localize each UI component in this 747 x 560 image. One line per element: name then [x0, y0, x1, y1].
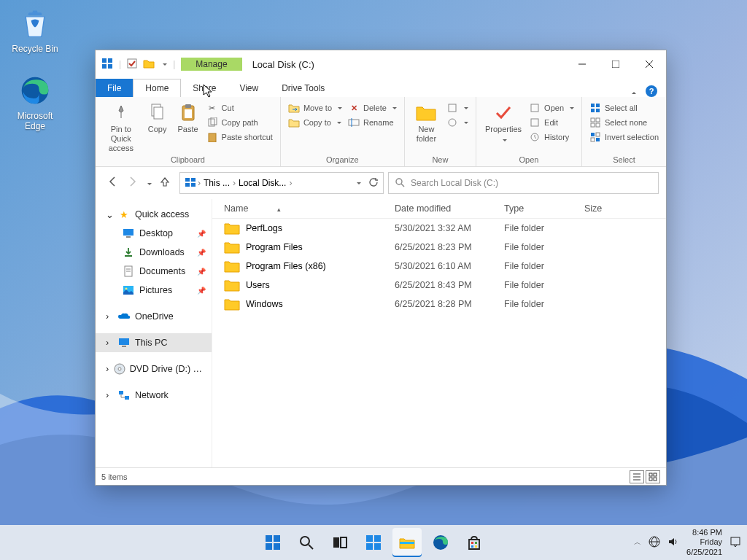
search-input[interactable]: Search Local Disk (C:) [388, 172, 659, 194]
paste-shortcut-button[interactable]: Paste shortcut [205, 131, 274, 144]
search-button[interactable] [292, 528, 321, 557]
open-button[interactable]: Open [527, 101, 576, 114]
tray-overflow-icon[interactable]: ︿ [634, 537, 641, 548]
nav-up-button[interactable] [159, 176, 171, 190]
copy-to-button[interactable]: Copy to [287, 116, 344, 129]
new-item-button[interactable] [445, 101, 470, 114]
tab-view[interactable]: View [228, 79, 270, 97]
new-item-icon [446, 102, 458, 114]
file-type: File folder [497, 299, 577, 309]
sidebar-documents[interactable]: Documents📌 [96, 262, 212, 281]
task-view-button[interactable] [325, 528, 355, 557]
table-row[interactable]: Users6/25/2021 8:43 PMFile folder [212, 276, 666, 295]
sidebar-quick-access[interactable]: ⌄★Quick access [96, 205, 212, 224]
paste-button[interactable]: Paste [174, 100, 202, 136]
col-size[interactable]: Size [577, 199, 666, 218]
network-icon[interactable] [649, 536, 660, 549]
close-button[interactable] [632, 50, 666, 78]
crumb-this-pc[interactable]: This ... [202, 178, 231, 188]
ribbon-group-open: Properties Open Edit History Open [476, 97, 582, 166]
qat-folder-icon[interactable] [143, 58, 155, 71]
notifications-icon[interactable] [729, 536, 741, 549]
taskbar-edge[interactable] [426, 528, 455, 557]
sidebar-pictures[interactable]: Pictures📌 [96, 281, 212, 300]
pin-icon: 📌 [197, 230, 206, 238]
copy-path-button[interactable]: Copy path [205, 116, 274, 129]
move-to-button[interactable]: Move to [287, 101, 344, 114]
refresh-button[interactable] [368, 177, 379, 190]
address-dropdown-icon[interactable] [355, 178, 361, 188]
ribbon: Pin to Quick access Copy Paste ✂Cut Copy… [96, 97, 666, 167]
sidebar-this-pc[interactable]: ›This PC [96, 333, 212, 352]
crumb-drive[interactable]: Local Disk... [237, 178, 287, 188]
file-name: Windows [246, 299, 283, 309]
taskbar-store[interactable] [460, 528, 489, 557]
desktop-icon-edge[interactable]: Microsoft Edge [6, 73, 64, 131]
svg-rect-60 [654, 473, 657, 476]
taskbar-clock[interactable]: 8:46 PM Friday 6/25/2021 [686, 528, 722, 557]
ribbon-collapse-icon[interactable] [632, 88, 638, 98]
new-folder-button[interactable]: New folder [411, 100, 442, 145]
sidebar-desktop[interactable]: Desktop📌 [96, 224, 212, 243]
paste-shortcut-icon [206, 131, 218, 143]
select-none-button[interactable]: Select none [588, 116, 660, 129]
file-type: File folder [497, 242, 577, 252]
chevron-right-icon[interactable]: › [198, 178, 201, 188]
table-row[interactable]: PerfLogs5/30/2021 3:32 AMFile folder [212, 219, 666, 238]
delete-button[interactable]: ✕Delete [347, 101, 398, 114]
history-button[interactable]: History [527, 131, 576, 144]
tab-drive-tools[interactable]: Drive Tools [270, 79, 336, 97]
col-date[interactable]: Date modified [387, 199, 497, 218]
col-type[interactable]: Type [497, 199, 577, 218]
nav-forward-button[interactable] [126, 176, 138, 190]
table-row[interactable]: Windows6/25/2021 8:28 PMFile folder [212, 295, 666, 314]
easy-access-button[interactable] [445, 116, 470, 129]
column-headers: Name▴ Date modified Type Size [212, 199, 666, 219]
taskbar-explorer[interactable] [392, 528, 422, 557]
caret-down-icon: ⌄ [106, 209, 113, 220]
address-bar[interactable]: › This ... › Local Disk... › [179, 172, 384, 194]
details-view-button[interactable] [630, 470, 644, 483]
sidebar-downloads[interactable]: Downloads📌 [96, 243, 212, 262]
table-row[interactable]: Program Files (x86)5/30/2021 6:10 AMFile… [212, 257, 666, 276]
folder-icon [224, 222, 240, 235]
copy-path-icon [206, 117, 218, 128]
pin-quick-access-button[interactable]: Pin to Quick access [101, 100, 141, 155]
col-name[interactable]: Name▴ [212, 199, 387, 218]
sidebar-network[interactable]: ›Network [96, 386, 212, 405]
tab-home[interactable]: Home [133, 79, 181, 97]
tab-file[interactable]: File [96, 79, 133, 97]
minimize-button[interactable] [565, 50, 599, 78]
context-tab-manage[interactable]: Manage [181, 58, 241, 71]
qat-checkbox-icon[interactable] [127, 58, 137, 71]
chevron-right-icon[interactable]: › [233, 178, 236, 188]
nav-history-dropdown[interactable] [145, 176, 152, 190]
sidebar-dvd-drive[interactable]: ›DVD Drive (D:) CCCOMA_X64FRE_EN [96, 359, 212, 378]
svg-rect-25 [591, 104, 595, 107]
sidebar-onedrive[interactable]: ›OneDrive [96, 307, 212, 326]
copy-button[interactable]: Copy [144, 100, 171, 136]
widgets-button[interactable] [359, 528, 388, 557]
properties-button[interactable]: Properties [482, 100, 525, 147]
cut-button[interactable]: ✂Cut [205, 101, 274, 114]
tab-share[interactable]: Share [181, 79, 228, 97]
rename-button[interactable]: Rename [347, 116, 398, 129]
qat-dropdown-icon[interactable] [160, 59, 167, 69]
maximize-button[interactable] [599, 50, 632, 78]
select-all-button[interactable]: Select all [588, 101, 660, 114]
start-button[interactable] [258, 528, 287, 557]
table-row[interactable]: Program Files6/25/2021 8:23 PMFile folde… [212, 238, 666, 257]
desktop-icon-recycle-bin[interactable]: Recycle Bin [6, 6, 64, 54]
svg-line-42 [401, 184, 404, 187]
invert-selection-button[interactable]: Invert selection [588, 131, 660, 144]
help-icon[interactable]: ? [646, 85, 657, 97]
chevron-right-icon[interactable]: › [289, 178, 292, 188]
volume-icon[interactable] [667, 536, 679, 549]
chevron-down-icon [568, 104, 574, 112]
icons-view-button[interactable] [646, 470, 660, 483]
nav-back-button[interactable] [107, 176, 119, 190]
chevron-down-icon [462, 104, 468, 112]
svg-rect-55 [125, 396, 129, 400]
recycle-bin-icon [18, 6, 53, 41]
edit-button[interactable]: Edit [527, 116, 576, 129]
